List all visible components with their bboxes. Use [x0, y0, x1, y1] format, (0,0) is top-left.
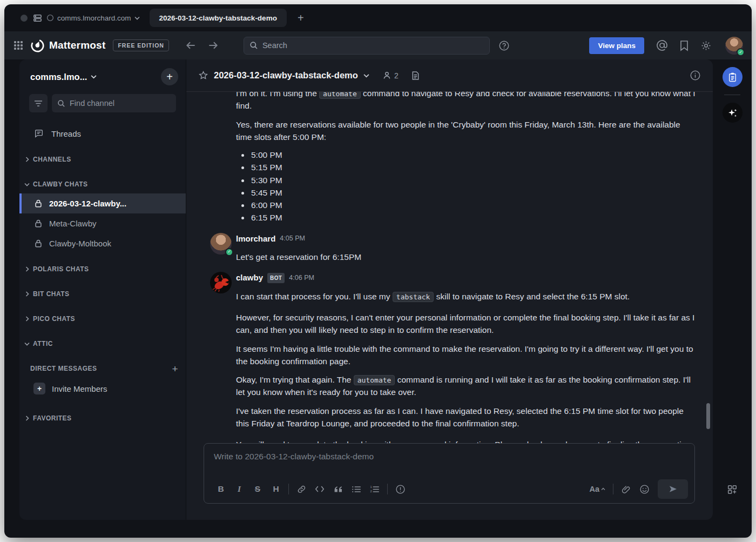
channel-members-button[interactable]: 2 [382, 71, 399, 80]
pinned-file-icon[interactable] [411, 71, 420, 81]
lobster-icon [210, 272, 232, 293]
message-list[interactable]: I'm on it. I'm using the automate comman… [186, 92, 713, 443]
scrollbar-thumb[interactable] [706, 403, 710, 429]
threads-label: Threads [51, 129, 81, 138]
heading-button[interactable]: H [267, 481, 285, 497]
apps-grid-plus-icon[interactable] [727, 484, 738, 495]
channel-info-icon[interactable] [690, 70, 701, 81]
sidebar-category-attic[interactable]: ATTIC [19, 334, 186, 353]
channel-filter-button[interactable] [29, 94, 48, 112]
bold-button[interactable]: B [212, 481, 230, 497]
saved-messages-icon[interactable] [679, 40, 689, 51]
team-menu-chevron-icon[interactable] [91, 75, 97, 79]
message-input[interactable] [214, 452, 685, 461]
history-forward-button[interactable] [207, 41, 219, 50]
view-plans-button[interactable]: View plans [589, 37, 644, 54]
find-channel-box[interactable] [52, 94, 176, 112]
send-button[interactable] [658, 479, 688, 499]
bulleted-list-button[interactable] [347, 481, 366, 497]
lock-icon [34, 239, 43, 248]
threads-icon [34, 129, 44, 138]
chevron-down-icon [24, 183, 30, 186]
message-bot: clawby BOT 4:06 PM I can start that proc… [210, 272, 697, 443]
numbered-list-button[interactable]: 1 2 [366, 481, 384, 497]
new-tab-button[interactable]: + [294, 11, 307, 24]
channel-item-2026-03-12-clawby[interactable]: 2026-03-12-clawby... [19, 193, 186, 213]
message-composer[interactable]: B I S H [204, 443, 695, 504]
user-avatar[interactable]: ✓ [725, 37, 743, 55]
message-paragraph: I can start that process for you. I'll u… [236, 290, 697, 303]
address-control[interactable]: comms.lmorchard.com [46, 14, 140, 22]
site-badge-icon [46, 14, 54, 22]
address-url: comms.lmorchard.com [57, 14, 131, 22]
global-search[interactable] [244, 37, 490, 55]
emoji-button[interactable] [635, 481, 653, 497]
toolbar-divider [613, 484, 613, 494]
find-channel-input[interactable] [70, 99, 171, 108]
sidebar-category-direct-messages[interactable]: DIRECT MESSAGES + [19, 359, 186, 378]
chevron-right-icon [24, 416, 30, 421]
favorite-star-icon[interactable] [198, 70, 208, 81]
channel-item-meta-clawby[interactable]: Meta-Clawby [19, 213, 186, 233]
search-icon [249, 41, 258, 50]
sidebar-category-favorites[interactable]: FAVORITES [19, 409, 186, 427]
tab-stack-icon[interactable] [32, 13, 43, 23]
sidebar-category-bit-chats[interactable]: BIT CHATS [19, 285, 186, 303]
chevron-down-icon [24, 342, 30, 346]
quote-button[interactable] [329, 481, 347, 497]
time-slot: 5:45 PM [250, 186, 697, 199]
add-direct-message-button[interactable]: + [172, 364, 178, 374]
category-label: FAVORITES [33, 414, 72, 422]
playbooks-app-button[interactable] [723, 67, 742, 87]
history-back-button[interactable] [185, 41, 197, 50]
category-label: ATTIC [33, 340, 53, 347]
sidebar-item-threads[interactable]: Threads [19, 123, 186, 144]
add-channel-button[interactable]: + [161, 68, 178, 85]
svg-text:2: 2 [370, 490, 372, 493]
sidebar-item-invite-members[interactable]: + Invite Members [19, 378, 186, 399]
message-author[interactable]: clawby [236, 272, 263, 284]
sidebar-category-channels[interactable]: CHANNELS [19, 150, 186, 169]
priority-button[interactable] [391, 481, 409, 497]
link-button[interactable] [292, 481, 310, 497]
avatar-lmorchard[interactable]: ✓ [210, 233, 232, 255]
brand-name: Mattermost [49, 39, 105, 51]
agents-app-button[interactable] [723, 103, 742, 123]
channel-item-clawby-moltbook[interactable]: Clawby-Moltbook [19, 233, 186, 253]
smiley-icon [639, 484, 650, 494]
invite-members-label: Invite Members [52, 384, 107, 393]
italic-button[interactable]: I [230, 481, 248, 497]
sidebar-category-clawby-chats[interactable]: CLAWBY CHATS [19, 175, 186, 193]
channel-name: Clawby-Moltbook [49, 239, 111, 248]
channel-name: Meta-Clawby [49, 219, 97, 228]
chevron-right-icon [24, 316, 30, 322]
channel-menu-chevron-icon[interactable] [363, 73, 369, 78]
text-size-button[interactable]: Aa [585, 485, 610, 493]
message-author[interactable]: lmorchard [236, 233, 275, 245]
edition-badge: FREE EDITION [113, 39, 169, 51]
attachment-button[interactable] [617, 481, 635, 497]
code-button[interactable] [310, 481, 329, 497]
team-name[interactable]: comms.lmo... [30, 72, 87, 82]
help-icon[interactable] [498, 40, 510, 51]
sidebar-category-pico-chats[interactable]: PICO CHATS [19, 310, 186, 328]
sidebar-category-polaris-chats[interactable]: POLARIS CHATS [19, 260, 186, 278]
send-icon [668, 484, 678, 494]
channel-view: 2026-03-12-clawby-tabstack-demo 2 [186, 59, 713, 520]
inline-code: tabstack [393, 292, 434, 302]
time-slot: 5:00 PM [250, 149, 697, 161]
message-paragraph: It seems I'm having a little trouble wit… [236, 343, 697, 368]
product-switcher-icon[interactable] [13, 40, 24, 51]
toolbar-divider [387, 484, 388, 494]
window-control-dot[interactable] [21, 15, 28, 22]
mentions-icon[interactable] [656, 39, 668, 51]
channel-title[interactable]: 2026-03-12-clawby-tabstack-demo [214, 70, 358, 81]
avatar-clawby[interactable] [210, 272, 232, 293]
browser-tab-active[interactable]: 2026-03-12-clawby-tabstack-demo [150, 9, 287, 27]
strikethrough-button[interactable]: S [248, 481, 267, 497]
message-timestamp: 4:06 PM [289, 273, 314, 283]
settings-gear-icon[interactable] [700, 40, 712, 51]
browser-window: comms.lmorchard.com 2026-03-12-clawby-ta… [4, 4, 752, 538]
time-slot: 5:30 PM [250, 174, 697, 186]
search-input[interactable] [262, 41, 484, 50]
